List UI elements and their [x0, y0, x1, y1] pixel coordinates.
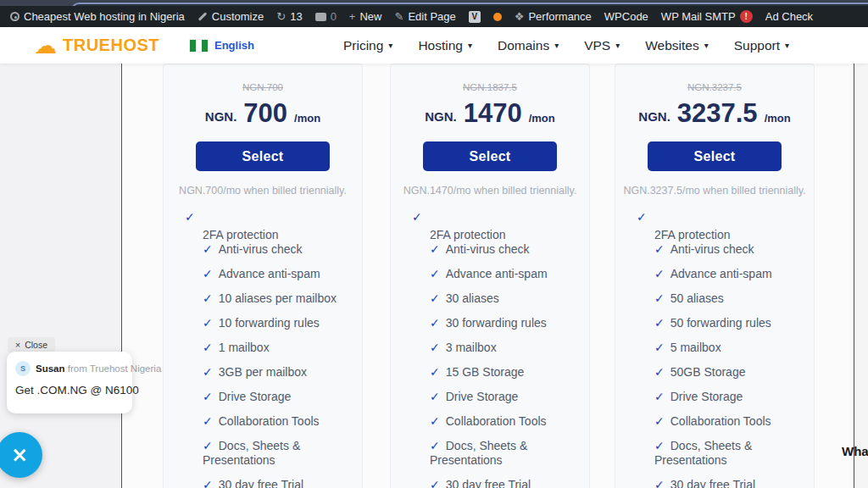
feature-item: ✓30 forwarding rules: [430, 316, 576, 330]
check-icon: ✓: [430, 390, 440, 403]
feature-item: ✓50 aliases: [654, 291, 800, 306]
feature-label: Docs, Sheets & Presentations: [203, 439, 300, 467]
check-icon: ✓: [203, 242, 213, 256]
admin-performance[interactable]: ❖ Performance: [515, 10, 592, 23]
feature-label: 30 forwarding rules: [446, 316, 547, 330]
select-button[interactable]: Select: [648, 141, 782, 171]
feature-item: ✓Drive Storage: [430, 390, 576, 404]
feature-label: Drive Storage: [219, 390, 292, 403]
feature-item: ✓Collaboration Tools: [430, 414, 576, 429]
currency: NGN.: [425, 109, 457, 127]
feature-list: ✓2FA protection✓Anti-virus check✓Advance…: [391, 198, 589, 488]
chevron-down-icon: ▾: [704, 41, 709, 50]
notification-dot-icon: [493, 13, 502, 21]
check-icon: ✓: [430, 365, 440, 379]
feature-label: Docs, Sheets & Presentations: [654, 439, 752, 467]
feature-label: Collaboration Tools: [219, 414, 320, 428]
pricing-card-2: NGN.1837.5 NGN. 1470 /mon Select NGN.147…: [390, 64, 590, 488]
feature-item: ✓Collaboration Tools: [654, 414, 800, 429]
brush-icon: [198, 12, 208, 21]
feature-label: Drive Storage: [446, 390, 519, 403]
old-price: NGN.1837.5: [391, 82, 589, 94]
admin-plugin-v[interactable]: V: [469, 11, 481, 23]
edit-page-label: Edit Page: [408, 10, 455, 23]
feature-label: 2FA protection: [203, 228, 348, 242]
admin-wpcode[interactable]: WPCode: [604, 10, 648, 23]
updates-count: 13: [290, 10, 302, 23]
close-icon: ×: [15, 340, 20, 350]
right-divider: [854, 64, 854, 488]
admin-comments[interactable]: 0: [315, 10, 337, 23]
select-button[interactable]: Select: [196, 141, 330, 171]
check-icon: ✓: [203, 365, 213, 379]
admin-updates[interactable]: ↻ 13: [276, 10, 302, 23]
feature-item: ✓Drive Storage: [654, 390, 800, 404]
billing-note: NGN.700/mo when billed triennially.: [170, 184, 355, 198]
feature-item: ✓10 forwarding rules: [203, 316, 348, 330]
feature-item: ✓30 day free Trial: [430, 478, 576, 488]
nav-domains[interactable]: Domains ▾: [498, 38, 559, 53]
price-amount: 700: [243, 100, 287, 127]
feature-list: ✓2FA protection✓Anti-virus check✓Advance…: [164, 198, 362, 488]
nav-vps[interactable]: VPS ▾: [584, 38, 620, 53]
feature-item: ✓2FA protection: [412, 210, 576, 242]
price: NGN. 700 /mon: [164, 97, 362, 127]
feature-label: Advance anti-spam: [219, 267, 320, 280]
plus-icon: +: [349, 11, 356, 22]
chat-close-button[interactable]: × Close: [8, 337, 55, 352]
feature-item: ✓50 forwarding rules: [654, 316, 800, 330]
cube-icon: ❖: [515, 11, 525, 22]
feature-item: ✓2FA protection: [637, 210, 800, 242]
nav-hosting[interactable]: Hosting ▾: [418, 38, 472, 53]
feature-label: Advance anti-spam: [446, 267, 548, 280]
check-icon: ✓: [203, 291, 213, 305]
comment-bubble-icon: [315, 13, 326, 21]
feature-item: ✓3 mailbox: [430, 341, 576, 355]
feature-label: 2FA protection: [430, 228, 576, 242]
dashboard-gauge-icon: [10, 12, 19, 21]
feature-label: 30 day free Trial: [219, 478, 303, 488]
truehost-logo[interactable]: ☁ TRUEHOST: [34, 36, 159, 55]
chat-message-card[interactable]: S Susan from Truehost Nigeria Get .COM.N…: [7, 352, 132, 413]
check-icon: ✓: [203, 414, 213, 428]
feature-item: ✓Advance anti-spam: [430, 267, 576, 281]
feature-item: ✓5 mailbox: [654, 341, 800, 355]
feature-item: ✓30 day free Trial: [654, 478, 800, 488]
admin-wp-mail-smtp[interactable]: WP Mail SMTP !: [661, 10, 753, 23]
select-button[interactable]: Select: [423, 141, 557, 171]
cloud-logo-icon: ☁: [34, 37, 57, 54]
feature-item: ✓Advance anti-spam: [654, 267, 800, 281]
check-icon: ✓: [203, 341, 213, 354]
admin-customize[interactable]: Customize: [198, 10, 264, 23]
smtp-alert-badge: !: [740, 10, 753, 23]
admin-edit-page[interactable]: ✎ Edit Page: [394, 10, 455, 23]
nav-pricing[interactable]: Pricing ▾: [343, 38, 392, 53]
currency: NGN.: [638, 109, 670, 127]
agent-name-line: Susan from Truehost Nigeria: [36, 363, 161, 374]
brand-name: TRUEHOST: [63, 36, 159, 55]
chevron-down-icon: ▾: [554, 41, 559, 50]
admin-site-menu[interactable]: Cheapest Web hosting in Nigeria: [10, 10, 185, 23]
nav-label: Support: [734, 38, 780, 53]
admin-new[interactable]: + New: [349, 10, 382, 23]
price-amount: 1470: [464, 100, 522, 127]
admin-ad-check[interactable]: Ad Check: [765, 10, 813, 23]
nav-support[interactable]: Support ▾: [734, 38, 789, 53]
feature-item: ✓50GB Storage: [654, 365, 800, 380]
feature-label: Collaboration Tools: [670, 414, 771, 428]
price: NGN. 1470 /mon: [391, 97, 589, 127]
check-icon: ✓: [654, 341, 665, 354]
check-icon: ✓: [654, 414, 665, 428]
feature-item: ✓Anti-virus check: [654, 242, 800, 257]
feature-item: ✓Docs, Sheets & Presentations: [430, 439, 576, 468]
feature-label: Collaboration Tools: [446, 414, 547, 428]
check-icon: ✓: [430, 341, 440, 354]
pricing-card-1: NGN.700 NGN. 700 /mon Select NGN.700/mo …: [163, 64, 363, 488]
price-period: /mon: [765, 112, 791, 127]
price-amount: 3237.5: [677, 100, 758, 127]
old-price: NGN.3237.5: [615, 82, 814, 94]
nav-websites[interactable]: Websites ▾: [645, 38, 709, 53]
page: Cheapest Web hosting in Nigeria Customiz…: [0, 0, 868, 488]
check-icon: ✓: [430, 291, 440, 305]
language-switcher[interactable]: English: [190, 39, 254, 52]
